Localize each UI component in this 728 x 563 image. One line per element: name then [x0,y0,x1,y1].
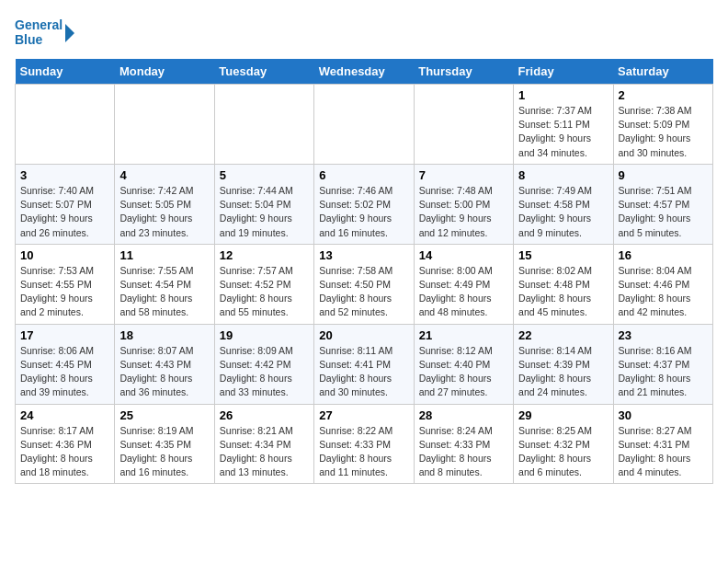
day-number: 23 [619,328,708,342]
day-number: 1 [518,88,608,102]
day-info: Sunrise: 7:58 AM Sunset: 4:50 PM Dayligh… [319,264,408,320]
calendar-cell: 8Sunrise: 7:49 AM Sunset: 4:58 PM Daylig… [514,164,613,244]
calendar-cell: 29Sunrise: 8:25 AM Sunset: 4:32 PM Dayli… [514,404,613,484]
day-info: Sunrise: 7:51 AM Sunset: 4:57 PM Dayligh… [619,184,708,240]
day-info: Sunrise: 7:49 AM Sunset: 4:58 PM Dayligh… [518,184,608,240]
day-number: 27 [319,408,408,422]
day-info: Sunrise: 8:25 AM Sunset: 4:32 PM Dayligh… [518,424,608,480]
day-number: 12 [220,248,309,262]
calendar-cell: 15Sunrise: 8:02 AM Sunset: 4:48 PM Dayli… [514,244,613,324]
day-info: Sunrise: 8:12 AM Sunset: 4:40 PM Dayligh… [419,344,508,400]
calendar-cell: 4Sunrise: 7:42 AM Sunset: 5:05 PM Daylig… [115,164,214,244]
calendar-cell: 12Sunrise: 7:57 AM Sunset: 4:52 PM Dayli… [214,244,313,324]
weekday-header-row: SundayMondayTuesdayWednesdayThursdayFrid… [16,59,713,85]
day-number: 19 [220,328,309,342]
calendar-cell: 6Sunrise: 7:46 AM Sunset: 5:02 PM Daylig… [314,164,414,244]
day-number: 9 [619,168,708,182]
calendar-body: 1Sunrise: 7:37 AM Sunset: 5:11 PM Daylig… [16,85,713,484]
day-info: Sunrise: 7:42 AM Sunset: 5:05 PM Dayligh… [119,184,209,240]
calendar-cell: 27Sunrise: 8:22 AM Sunset: 4:33 PM Dayli… [314,404,414,484]
calendar-cell: 18Sunrise: 8:07 AM Sunset: 4:43 PM Dayli… [115,324,214,404]
calendar-cell [314,85,414,165]
day-info: Sunrise: 8:22 AM Sunset: 4:33 PM Dayligh… [319,424,408,480]
day-number: 8 [518,168,608,182]
calendar-cell: 3Sunrise: 7:40 AM Sunset: 5:07 PM Daylig… [16,164,115,244]
calendar-week-row: 17Sunrise: 8:06 AM Sunset: 4:45 PM Dayli… [16,324,713,404]
day-number: 14 [419,248,508,262]
day-info: Sunrise: 8:24 AM Sunset: 4:33 PM Dayligh… [419,424,508,480]
calendar-cell: 16Sunrise: 8:04 AM Sunset: 4:46 PM Dayli… [613,244,712,324]
weekday-label: Monday [115,59,214,85]
calendar-cell: 13Sunrise: 7:58 AM Sunset: 4:50 PM Dayli… [314,244,414,324]
day-info: Sunrise: 8:07 AM Sunset: 4:43 PM Dayligh… [119,344,209,400]
day-number: 21 [419,328,508,342]
calendar-cell: 25Sunrise: 8:19 AM Sunset: 4:35 PM Dayli… [115,404,214,484]
day-info: Sunrise: 8:02 AM Sunset: 4:48 PM Dayligh… [518,264,608,320]
calendar-cell: 23Sunrise: 8:16 AM Sunset: 4:37 PM Dayli… [613,324,712,404]
day-number: 3 [20,168,109,182]
calendar-cell: 10Sunrise: 7:53 AM Sunset: 4:55 PM Dayli… [16,244,115,324]
svg-text:General: General [15,17,63,32]
weekday-label: Sunday [16,59,115,85]
day-number: 15 [518,248,608,262]
calendar-cell: 24Sunrise: 8:17 AM Sunset: 4:36 PM Dayli… [16,404,115,484]
calendar-cell: 2Sunrise: 7:38 AM Sunset: 5:09 PM Daylig… [613,85,712,165]
day-number: 7 [419,168,508,182]
day-number: 5 [220,168,309,182]
day-info: Sunrise: 8:21 AM Sunset: 4:34 PM Dayligh… [220,424,309,480]
day-info: Sunrise: 8:27 AM Sunset: 4:31 PM Dayligh… [619,424,708,480]
day-info: Sunrise: 7:40 AM Sunset: 5:07 PM Dayligh… [20,184,109,240]
svg-text:Blue: Blue [15,32,43,47]
calendar-cell: 7Sunrise: 7:48 AM Sunset: 5:00 PM Daylig… [414,164,513,244]
calendar-cell: 1Sunrise: 7:37 AM Sunset: 5:11 PM Daylig… [514,85,613,165]
day-number: 22 [518,328,608,342]
day-number: 17 [20,328,109,342]
calendar-cell: 26Sunrise: 8:21 AM Sunset: 4:34 PM Dayli… [214,404,313,484]
day-number: 25 [119,408,209,422]
calendar-week-row: 10Sunrise: 7:53 AM Sunset: 4:55 PM Dayli… [16,244,713,324]
day-number: 28 [419,408,508,422]
day-info: Sunrise: 8:11 AM Sunset: 4:41 PM Dayligh… [319,344,408,400]
calendar-cell: 14Sunrise: 8:00 AM Sunset: 4:49 PM Dayli… [414,244,513,324]
day-number: 26 [220,408,309,422]
calendar-week-row: 24Sunrise: 8:17 AM Sunset: 4:36 PM Dayli… [16,404,713,484]
day-info: Sunrise: 7:44 AM Sunset: 5:04 PM Dayligh… [220,184,309,240]
calendar-cell [16,85,115,165]
day-info: Sunrise: 8:00 AM Sunset: 4:49 PM Dayligh… [419,264,508,320]
day-number: 18 [119,328,209,342]
day-info: Sunrise: 8:14 AM Sunset: 4:39 PM Dayligh… [518,344,608,400]
day-info: Sunrise: 7:57 AM Sunset: 4:52 PM Dayligh… [220,264,309,320]
day-number: 11 [119,248,209,262]
day-info: Sunrise: 8:04 AM Sunset: 4:46 PM Dayligh… [619,264,708,320]
calendar-table: SundayMondayTuesdayWednesdayThursdayFrid… [15,59,713,484]
calendar-cell: 21Sunrise: 8:12 AM Sunset: 4:40 PM Dayli… [414,324,513,404]
day-info: Sunrise: 7:46 AM Sunset: 5:02 PM Dayligh… [319,184,408,240]
day-info: Sunrise: 7:38 AM Sunset: 5:09 PM Dayligh… [619,104,708,160]
day-info: Sunrise: 8:09 AM Sunset: 4:42 PM Dayligh… [220,344,309,400]
calendar-cell: 19Sunrise: 8:09 AM Sunset: 4:42 PM Dayli… [214,324,313,404]
weekday-label: Saturday [613,59,712,85]
day-info: Sunrise: 8:06 AM Sunset: 4:45 PM Dayligh… [20,344,109,400]
weekday-label: Wednesday [314,59,414,85]
day-number: 4 [119,168,209,182]
page-header: GeneralBlue [15,15,713,52]
day-number: 29 [518,408,608,422]
calendar-cell: 28Sunrise: 8:24 AM Sunset: 4:33 PM Dayli… [414,404,513,484]
day-number: 20 [319,328,408,342]
calendar-cell: 20Sunrise: 8:11 AM Sunset: 4:41 PM Dayli… [314,324,414,404]
calendar-cell: 9Sunrise: 7:51 AM Sunset: 4:57 PM Daylig… [613,164,712,244]
day-info: Sunrise: 7:55 AM Sunset: 4:54 PM Dayligh… [119,264,209,320]
day-info: Sunrise: 7:53 AM Sunset: 4:55 PM Dayligh… [20,264,109,320]
weekday-label: Thursday [414,59,513,85]
day-number: 2 [619,88,708,102]
calendar-cell: 22Sunrise: 8:14 AM Sunset: 4:39 PM Dayli… [514,324,613,404]
calendar-cell [214,85,313,165]
day-info: Sunrise: 8:16 AM Sunset: 4:37 PM Dayligh… [619,344,708,400]
day-info: Sunrise: 7:37 AM Sunset: 5:11 PM Dayligh… [518,104,608,160]
weekday-label: Friday [514,59,613,85]
day-number: 13 [319,248,408,262]
logo: GeneralBlue [15,15,79,52]
day-number: 6 [319,168,408,182]
calendar-cell: 17Sunrise: 8:06 AM Sunset: 4:45 PM Dayli… [16,324,115,404]
day-number: 16 [619,248,708,262]
